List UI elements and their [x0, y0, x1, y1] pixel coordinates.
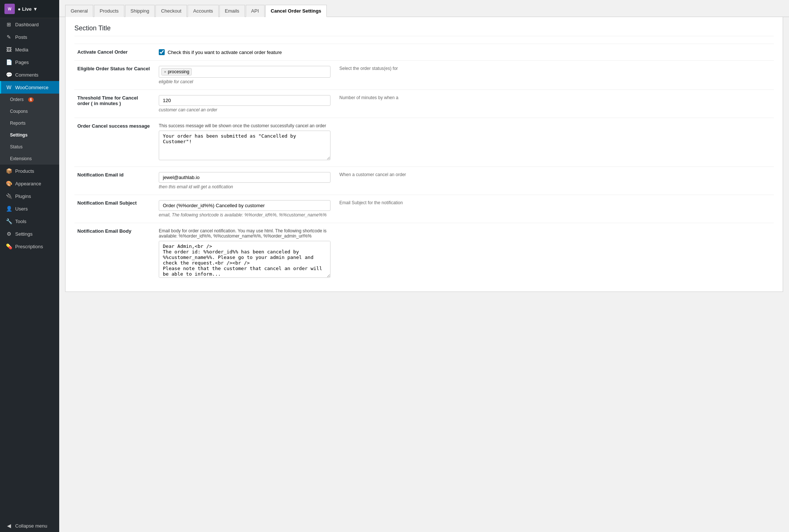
field-label-success: Order Cancel success message — [74, 118, 156, 167]
field-input-activate: Check this if you want to activate cance… — [156, 44, 333, 61]
field-desc-subject: Email Subject for the notification — [333, 195, 774, 223]
sidebar-item-orders[interactable]: Orders 6 — [0, 94, 59, 105]
sidebar-item-status[interactable]: Status — [0, 141, 59, 153]
sidebar-item-settings-main[interactable]: ⚙ Settings — [0, 228, 59, 240]
sidebar-item-media[interactable]: 🖼 Media — [0, 43, 59, 56]
sidebar-item-collapse[interactable]: ◀ Collapse menu — [0, 519, 59, 532]
notif-email-subdesc: then this email id will get a notificati… — [159, 184, 330, 189]
notification-email-input[interactable] — [159, 172, 330, 183]
email-body-textarea[interactable] — [159, 241, 330, 278]
tag-remove-processing[interactable]: × — [164, 70, 166, 74]
sidebar-item-label: Posts — [15, 34, 27, 40]
field-label-eligible: Eligible Order Status for Cancel — [74, 61, 156, 90]
sidebar-item-appearance[interactable]: 🎨 Appearance — [0, 177, 59, 190]
success-message-textarea[interactable] — [159, 131, 330, 160]
sidebar-item-extensions[interactable]: Extensions — [0, 153, 59, 165]
sidebar-item-dashboard[interactable]: ⊞ Dashboard — [0, 18, 59, 31]
settings-label: Settings — [10, 132, 27, 138]
woo-icon: W — [4, 4, 15, 14]
tab-general[interactable]: General — [65, 5, 93, 17]
field-input-subject: email, The following shortcode is availa… — [156, 195, 333, 223]
field-label-subject: Notification Email Subject — [74, 195, 156, 223]
sidebar-item-label: Media — [15, 47, 28, 53]
woocommerce-icon: W — [6, 84, 12, 90]
sidebar-item-label: Comments — [15, 72, 38, 78]
coupons-label: Coupons — [10, 109, 28, 114]
tab-accounts[interactable]: Accounts — [188, 5, 218, 17]
section-title: Section Title — [74, 24, 774, 36]
email-subject-input[interactable] — [159, 200, 330, 211]
field-desc-body — [333, 223, 774, 284]
table-row-threshold: Threshold Time for Cancel order ( in min… — [74, 90, 774, 118]
sidebar-item-pages[interactable]: 📄 Pages — [0, 56, 59, 68]
tab-shipping[interactable]: Shipping — [125, 5, 155, 17]
table-row-email-body: Notification Email Body Email body for o… — [74, 223, 774, 284]
sidebar-logo: W ● Live ▼ — [0, 0, 59, 18]
field-desc-threshold: Number of minutes by when a — [333, 90, 774, 118]
sidebar-item-woocommerce[interactable]: W WooCommerce — [0, 81, 59, 94]
sidebar-item-posts[interactable]: ✎ Posts — [0, 31, 59, 43]
products-icon: 📦 — [6, 168, 12, 174]
field-input-body: Email body for order cancel notification… — [156, 223, 333, 284]
threshold-input[interactable] — [159, 95, 330, 106]
table-row-notification-email: Notification Email id then this email id… — [74, 167, 774, 195]
dashboard-icon: ⊞ — [6, 21, 12, 27]
sidebar-item-label: Pages — [15, 60, 29, 65]
sidebar-item-reports[interactable]: Reports — [0, 117, 59, 129]
sidebar-item-coupons[interactable]: Coupons — [0, 105, 59, 117]
sidebar-item-label: Prescriptions — [15, 244, 43, 249]
table-row-activate: Activate Cancel Order Check this if you … — [74, 44, 774, 61]
sidebar-item-label: Appearance — [15, 181, 41, 186]
collapse-icon: ◀ — [6, 523, 12, 529]
tab-checkout[interactable]: Checkout — [155, 5, 187, 17]
sidebar-item-settings[interactable]: Settings — [0, 129, 59, 141]
extensions-label: Extensions — [10, 156, 32, 161]
tools-icon: 🔧 — [6, 218, 12, 224]
tab-cancel-order[interactable]: Cancel Order Settings — [265, 5, 327, 17]
sidebar-item-comments[interactable]: 💬 Comments — [0, 68, 59, 81]
sidebar-item-label: Settings — [15, 231, 33, 237]
sidebar-item-label: Dashboard — [15, 22, 39, 27]
tab-emails[interactable]: Emails — [219, 5, 245, 17]
media-icon: 🖼 — [6, 47, 12, 53]
sidebar-item-products[interactable]: 📦 Products — [0, 165, 59, 177]
status-label: Status — [10, 144, 23, 149]
pages-icon: 📄 — [6, 59, 12, 65]
table-row-email-subject: Notification Email Subject email, The fo… — [74, 195, 774, 223]
email-body-desc-above: Email body for order cancel notification… — [159, 228, 330, 239]
field-desc-notif-email: When a customer cancel an order — [333, 167, 774, 195]
tab-api[interactable]: API — [246, 5, 265, 17]
sidebar-item-users[interactable]: 👤 Users — [0, 202, 59, 215]
main-content: General Products Shipping Checkout Accou… — [59, 0, 789, 532]
comments-icon: 💬 — [6, 72, 12, 78]
sidebar-item-label: Collapse menu — [15, 523, 47, 529]
field-label-body: Notification Email Body — [74, 223, 156, 284]
sidebar-logo-text: ● Live ▼ — [18, 6, 38, 12]
field-input-eligible: × processing eligible for cancel — [156, 61, 333, 90]
sidebar-item-prescriptions[interactable]: 💊 Prescriptions — [0, 240, 59, 253]
field-input-success: This success message will be shown once … — [156, 118, 333, 167]
settings-panel: Section Title Activate Cancel Order Chec… — [65, 17, 783, 292]
activate-cancel-label: Check this if you want to activate cance… — [168, 50, 282, 55]
appearance-icon: 🎨 — [6, 181, 12, 186]
users-icon: 👤 — [6, 206, 12, 212]
orders-badge: 6 — [28, 97, 34, 102]
tag-label: processing — [168, 69, 189, 74]
sidebar-item-tools[interactable]: 🔧 Tools — [0, 215, 59, 228]
sidebar-item-label: Plugins — [15, 193, 31, 199]
activate-cancel-checkbox[interactable] — [159, 49, 165, 55]
tag-input-eligible[interactable]: × processing — [159, 66, 330, 78]
field-desc-activate — [333, 44, 774, 61]
sidebar-item-label: Tools — [15, 219, 26, 224]
field-desc-success — [333, 118, 774, 167]
threshold-subdesc: customer can cancel an order — [159, 107, 330, 112]
tab-products[interactable]: Products — [94, 5, 124, 17]
table-row-eligible-status: Eligible Order Status for Cancel × proce… — [74, 61, 774, 90]
sidebar: W ● Live ▼ ⊞ Dashboard ✎ Posts 🖼 Media 📄… — [0, 0, 59, 532]
field-desc-eligible: Select the order status(es) for — [333, 61, 774, 90]
email-subject-subdesc: email, The following shortcode is availa… — [159, 212, 330, 218]
orders-label: Orders — [10, 97, 24, 102]
sidebar-item-plugins[interactable]: 🔌 Plugins — [0, 190, 59, 202]
eligible-subdesc: eligible for cancel — [159, 79, 330, 84]
field-label-notif-email: Notification Email id — [74, 167, 156, 195]
